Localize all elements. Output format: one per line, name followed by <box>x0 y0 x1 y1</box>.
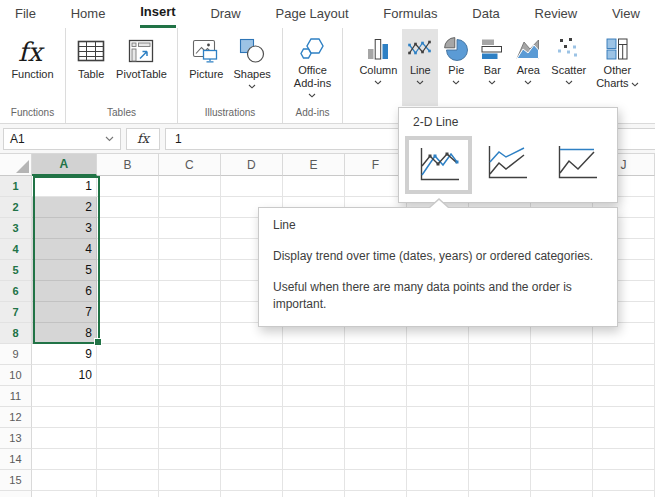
row-header-15[interactable]: 15 <box>0 470 32 491</box>
tab-view[interactable]: View <box>612 0 640 28</box>
cell-G12[interactable] <box>407 407 469 428</box>
cell-C7[interactable] <box>159 302 221 323</box>
cell-F11[interactable] <box>345 386 407 407</box>
pivottable-button[interactable]: PivotTable <box>111 29 172 106</box>
row-header-10[interactable]: 10 <box>0 365 32 386</box>
shapes-button[interactable]: Shapes <box>228 29 275 106</box>
cell-E14[interactable] <box>283 449 345 470</box>
cell-J9[interactable] <box>593 344 655 365</box>
cell-A4[interactable]: 4 <box>32 239 97 260</box>
cell-A7[interactable]: 7 <box>32 302 97 323</box>
cell-C1[interactable] <box>159 176 221 197</box>
cell-C3[interactable] <box>159 218 221 239</box>
cell-F13[interactable] <box>345 428 407 449</box>
cell-H16[interactable] <box>469 491 531 497</box>
tab-review[interactable]: Review <box>535 0 578 28</box>
tab-file[interactable]: File <box>15 0 36 28</box>
row-header-13[interactable]: 13 <box>0 428 32 449</box>
cell-F12[interactable] <box>345 407 407 428</box>
cell-B6[interactable] <box>97 281 159 302</box>
cell-I13[interactable] <box>531 428 593 449</box>
cell-A6[interactable]: 6 <box>32 281 97 302</box>
column-header-B[interactable]: B <box>97 154 159 176</box>
cell-H15[interactable] <box>469 470 531 491</box>
cell-J13[interactable] <box>593 428 655 449</box>
cell-B11[interactable] <box>97 386 159 407</box>
cell-J15[interactable] <box>593 470 655 491</box>
cell-E15[interactable] <box>283 470 345 491</box>
cell-C4[interactable] <box>159 239 221 260</box>
cell-G15[interactable] <box>407 470 469 491</box>
column-header-C[interactable]: C <box>159 154 221 176</box>
scatter-chart-button[interactable]: Scatter <box>546 29 591 106</box>
select-all-button[interactable] <box>0 154 32 176</box>
other-charts-button[interactable]: Other Charts <box>591 29 643 106</box>
column-chart-button[interactable]: Column <box>354 29 402 106</box>
cell-B12[interactable] <box>97 407 159 428</box>
row-header-4[interactable]: 4 <box>0 239 32 260</box>
cell-I11[interactable] <box>531 386 593 407</box>
column-header-D[interactable]: D <box>221 154 283 176</box>
cell-E16[interactable] <box>283 491 345 497</box>
chevron-down-icon[interactable] <box>105 136 114 142</box>
cell-J10[interactable] <box>593 365 655 386</box>
row-header-2[interactable]: 2 <box>0 197 32 218</box>
cell-J14[interactable] <box>593 449 655 470</box>
row-header-12[interactable]: 12 <box>0 407 32 428</box>
row-header-16[interactable]: 16 <box>0 491 32 497</box>
cell-D13[interactable] <box>221 428 283 449</box>
cell-J12[interactable] <box>593 407 655 428</box>
cell-A3[interactable]: 3 <box>32 218 97 239</box>
function-button[interactable]: fx Function <box>6 29 58 106</box>
cell-B4[interactable] <box>97 239 159 260</box>
line-chart-option[interactable] <box>405 136 472 194</box>
cell-C16[interactable] <box>159 491 221 497</box>
cell-A14[interactable] <box>32 449 97 470</box>
tab-insert[interactable]: Insert <box>140 0 175 28</box>
cell-B15[interactable] <box>97 470 159 491</box>
tab-formulas[interactable]: Formulas <box>383 0 437 28</box>
cell-D12[interactable] <box>221 407 283 428</box>
row-header-3[interactable]: 3 <box>0 218 32 239</box>
cell-C15[interactable] <box>159 470 221 491</box>
cell-A13[interactable] <box>32 428 97 449</box>
cell-D15[interactable] <box>221 470 283 491</box>
row-header-6[interactable]: 6 <box>0 281 32 302</box>
cell-I14[interactable] <box>531 449 593 470</box>
cell-G14[interactable] <box>407 449 469 470</box>
insert-function-button[interactable]: fx <box>126 128 160 150</box>
cell-D11[interactable] <box>221 386 283 407</box>
cell-A16[interactable] <box>32 491 97 497</box>
cell-B5[interactable] <box>97 260 159 281</box>
cell-A10[interactable]: 10 <box>32 365 97 386</box>
cell-I15[interactable] <box>531 470 593 491</box>
cell-H9[interactable] <box>469 344 531 365</box>
cell-A8[interactable]: 8 <box>32 323 97 344</box>
cell-B16[interactable] <box>97 491 159 497</box>
cell-B10[interactable] <box>97 365 159 386</box>
cell-B1[interactable] <box>97 176 159 197</box>
cell-A9[interactable]: 9 <box>32 344 97 365</box>
cell-H13[interactable] <box>469 428 531 449</box>
column-header-E[interactable]: E <box>283 154 345 176</box>
cell-A12[interactable] <box>32 407 97 428</box>
cell-E13[interactable] <box>283 428 345 449</box>
cell-E1[interactable] <box>283 176 345 197</box>
cell-B8[interactable] <box>97 323 159 344</box>
100-stacked-line-chart-option[interactable] <box>554 143 600 187</box>
cell-B9[interactable] <box>97 344 159 365</box>
line-chart-button[interactable]: Line <box>402 29 438 106</box>
cell-J11[interactable] <box>593 386 655 407</box>
cell-C2[interactable] <box>159 197 221 218</box>
cell-B7[interactable] <box>97 302 159 323</box>
cell-I9[interactable] <box>531 344 593 365</box>
table-button[interactable]: Table <box>71 29 111 106</box>
cell-B2[interactable] <box>97 197 159 218</box>
picture-button[interactable]: Picture <box>184 29 228 106</box>
cell-F14[interactable] <box>345 449 407 470</box>
cell-H12[interactable] <box>469 407 531 428</box>
cell-A11[interactable] <box>32 386 97 407</box>
stacked-line-chart-option[interactable] <box>484 143 530 187</box>
cell-C12[interactable] <box>159 407 221 428</box>
cell-D1[interactable] <box>221 176 283 197</box>
